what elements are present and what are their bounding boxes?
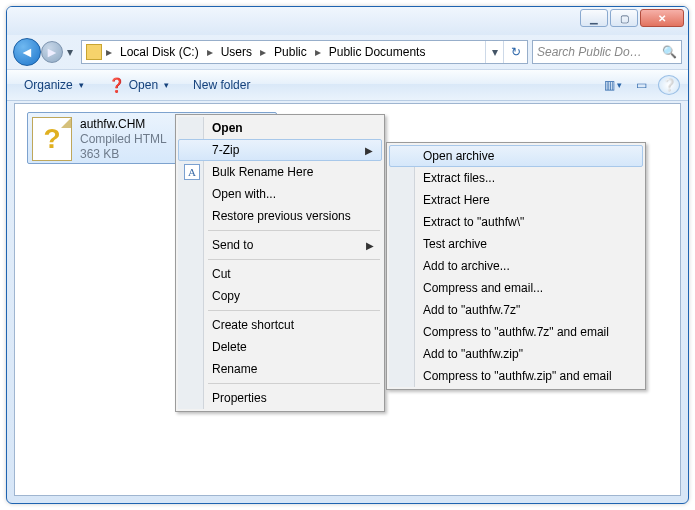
submenu-open-archive[interactable]: Open archive: [389, 145, 643, 167]
menu-create-shortcut[interactable]: Create shortcut: [178, 314, 382, 336]
nav-history-dropdown[interactable]: ▾: [63, 41, 77, 63]
search-box[interactable]: Search Public Do… 🔍: [532, 40, 682, 64]
menu-open-with[interactable]: Open with...: [178, 183, 382, 205]
search-icon: 🔍: [662, 45, 677, 59]
search-placeholder: Search Public Do…: [537, 45, 642, 59]
folder-icon: [86, 44, 102, 60]
crumb-local-disk[interactable]: Local Disk (C:): [116, 45, 203, 59]
rename-icon: A: [184, 164, 200, 180]
crumb-users[interactable]: Users: [217, 45, 256, 59]
submenu-add-7z[interactable]: Add to "authfw.7z": [389, 299, 643, 321]
nav-row: ◄ ► ▾ ▸ Local Disk (C:) ▸ Users ▸ Public…: [7, 35, 688, 69]
menu-cut[interactable]: Cut: [178, 263, 382, 285]
chevron-down-icon: ▾: [617, 80, 622, 90]
menu-delete[interactable]: Delete: [178, 336, 382, 358]
submenu-arrow-icon: ▶: [366, 240, 374, 251]
submenu-extract-files[interactable]: Extract files...: [389, 167, 643, 189]
menu-bulk-rename[interactable]: A Bulk Rename Here: [178, 161, 382, 183]
view-button[interactable]: ▥ ▾: [602, 75, 624, 95]
context-menu: Open 7-Zip ▶ A Bulk Rename Here Open wit…: [175, 114, 385, 412]
file-size: 363 KB: [80, 147, 167, 162]
menu-send-to-label: Send to: [212, 238, 253, 252]
submenu-test-archive[interactable]: Test archive: [389, 233, 643, 255]
back-button[interactable]: ◄: [13, 38, 41, 66]
crumb-public-documents[interactable]: Public Documents: [325, 45, 430, 59]
open-label: Open: [129, 78, 158, 92]
submenu-compress-zip-email[interactable]: Compress to "authfw.zip" and email: [389, 365, 643, 387]
submenu-add-to-archive[interactable]: Add to archive...: [389, 255, 643, 277]
menu-restore-versions[interactable]: Restore previous versions: [178, 205, 382, 227]
address-dropdown[interactable]: ▾: [485, 41, 503, 63]
breadcrumb-sep: ▸: [205, 45, 215, 59]
forward-button[interactable]: ►: [41, 41, 63, 63]
breadcrumb-sep: ▸: [313, 45, 323, 59]
file-text: authfw.CHM Compiled HTML 363 KB: [80, 117, 167, 162]
menu-separator: [208, 383, 380, 384]
address-bar[interactable]: ▸ Local Disk (C:) ▸ Users ▸ Public ▸ Pub…: [81, 40, 528, 64]
menu-copy[interactable]: Copy: [178, 285, 382, 307]
chm-file-icon: [32, 117, 72, 161]
toolbar: Organize ❓ Open New folder ▥ ▾ ▭ ❔: [7, 69, 688, 101]
menu-properties[interactable]: Properties: [178, 387, 382, 409]
submenu-add-zip[interactable]: Add to "authfw.zip": [389, 343, 643, 365]
submenu-compress-7z-email[interactable]: Compress to "authfw.7z" and email: [389, 321, 643, 343]
submenu-extract-here[interactable]: Extract Here: [389, 189, 643, 211]
breadcrumb-sep: ▸: [104, 45, 114, 59]
open-button[interactable]: ❓ Open: [99, 73, 178, 97]
menu-rename[interactable]: Rename: [178, 358, 382, 380]
preview-pane-button[interactable]: ▭: [630, 75, 652, 95]
minimize-button[interactable]: ▁: [580, 9, 608, 27]
menu-separator: [208, 310, 380, 311]
menu-bulk-rename-label: Bulk Rename Here: [212, 165, 313, 179]
new-folder-button[interactable]: New folder: [184, 74, 259, 96]
7zip-submenu: Open archive Extract files... Extract He…: [386, 142, 646, 390]
menu-7zip[interactable]: 7-Zip ▶: [178, 139, 382, 161]
maximize-button[interactable]: ▢: [610, 9, 638, 27]
submenu-extract-to[interactable]: Extract to "authfw\": [389, 211, 643, 233]
breadcrumb-sep: ▸: [258, 45, 268, 59]
organize-button[interactable]: Organize: [15, 74, 93, 96]
menu-open[interactable]: Open: [178, 117, 382, 139]
file-type: Compiled HTML: [80, 132, 167, 147]
nav-buttons: ◄ ► ▾: [13, 38, 77, 66]
menu-7zip-label: 7-Zip: [212, 143, 239, 157]
file-name: authfw.CHM: [80, 117, 167, 132]
titlebar: ▁ ▢ ✕: [7, 7, 688, 35]
submenu-arrow-icon: ▶: [365, 145, 373, 156]
view-icon: ▥: [604, 78, 615, 92]
menu-separator: [208, 230, 380, 231]
refresh-button[interactable]: ↻: [503, 41, 527, 63]
menu-send-to[interactable]: Send to ▶: [178, 234, 382, 256]
crumb-public[interactable]: Public: [270, 45, 311, 59]
help-file-icon: ❓: [108, 77, 125, 93]
close-button[interactable]: ✕: [640, 9, 684, 27]
menu-separator: [208, 259, 380, 260]
help-button[interactable]: ❔: [658, 75, 680, 95]
submenu-compress-email[interactable]: Compress and email...: [389, 277, 643, 299]
